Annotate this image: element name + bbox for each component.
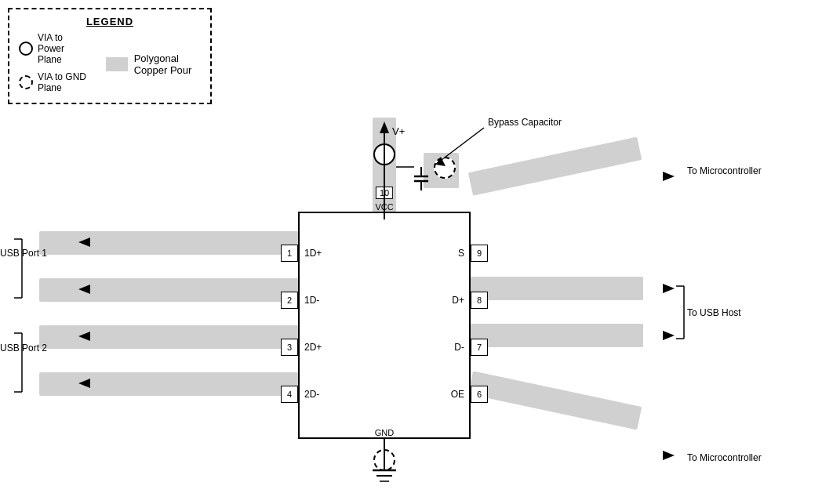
diagram-container: LEGEND VIA to Power Plane VIA to GND Pla… <box>0 0 833 504</box>
via-gnd-bypass <box>434 157 456 179</box>
legend-via-gnd-row: VIA to GND Plane <box>19 71 90 93</box>
dplus-arrow-right <box>663 284 675 293</box>
pin-9-box: 9 <box>471 245 488 262</box>
copper-pour-swatch <box>106 57 128 71</box>
pin-1-label: 1D+ <box>304 248 322 259</box>
copper-trace-oe <box>468 371 642 430</box>
s-arrow <box>663 172 675 181</box>
dminus-arrow-right <box>663 331 675 340</box>
bypass-label-text: Bypass Capacitor <box>488 117 562 128</box>
gnd-label: GND <box>375 428 394 437</box>
copper-trace-s <box>468 137 642 196</box>
oe-arrow <box>663 451 675 460</box>
pin-2-label: 1D- <box>304 295 319 306</box>
legend-box: LEGEND VIA to Power Plane VIA to GND Pla… <box>8 8 212 104</box>
via-power-icon <box>19 42 33 56</box>
pin-2-box: 2 <box>281 292 298 309</box>
pin-3-label: 2D+ <box>304 342 322 353</box>
copper-trace-host-dplus <box>471 277 643 300</box>
legend-via-power-row: VIA to Power Plane <box>19 32 90 65</box>
pin-4-box: 4 <box>281 386 298 403</box>
pin-7-label: D- <box>454 342 464 353</box>
pin-1-box: 1 <box>281 245 298 262</box>
pin-8-box: 8 <box>471 292 488 309</box>
via-gnd-bottom <box>373 449 395 471</box>
pin-6-label: OE <box>451 389 464 400</box>
via-gnd-icon <box>19 75 33 89</box>
via-gnd-label: VIA to GND Plane <box>38 71 90 93</box>
copper-trace-p1-dplus <box>39 231 302 255</box>
usbhost-text: To USB Host <box>687 307 741 318</box>
ic-chip-body: 10 VCC GND 5 1 1D+ 2 1D- 3 2D+ 4 2D- 9 S… <box>298 212 471 439</box>
copper-trace-host-dminus <box>471 324 643 347</box>
pin-9-label: S <box>458 248 464 259</box>
pin-6-box: 6 <box>471 386 488 403</box>
pin-3-box: 3 <box>281 339 298 356</box>
vcc-label: VCC <box>375 202 393 212</box>
pin-8-label: D+ <box>452 295 464 306</box>
copper-pour-label: Polygonal Copper Pour <box>134 53 201 76</box>
copper-trace-p2-dplus <box>39 325 302 349</box>
micro-top-text: To Microcontroller <box>687 165 762 176</box>
legend-title: LEGEND <box>19 16 201 27</box>
via-power-label: VIA to Power Plane <box>38 32 90 65</box>
copper-trace-p2-dminus <box>39 372 302 396</box>
micro-bot-text: To Microcontroller <box>687 452 762 463</box>
pin-7-box: 7 <box>471 339 488 356</box>
pin-4-label: 2D- <box>304 389 319 400</box>
vcc-pin-number: 10 <box>376 187 393 199</box>
via-power-vcc <box>373 143 395 165</box>
copper-trace-p1-dminus <box>39 278 302 302</box>
